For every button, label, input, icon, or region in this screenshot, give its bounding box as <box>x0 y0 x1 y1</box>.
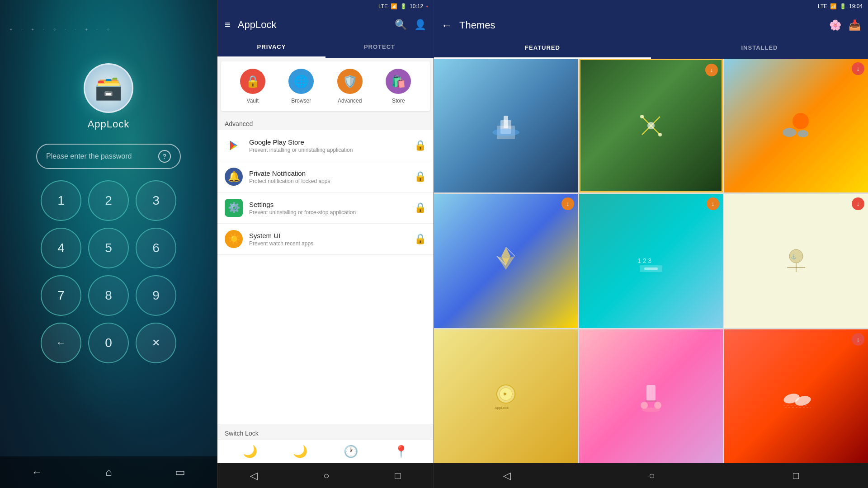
advanced-icon: 🛡️ <box>337 69 363 94</box>
svg-text:⚓: ⚓ <box>791 254 797 260</box>
themes-recents-nav[interactable]: □ <box>793 470 799 482</box>
svg-point-7 <box>492 129 519 136</box>
theme-card-4[interactable]: ↓ <box>434 194 578 328</box>
list-item-notification[interactable]: 🔔 Private Notification Protect notificat… <box>217 161 434 192</box>
vault-icon: 🔒 <box>240 69 265 94</box>
theme-card-6[interactable]: ⚓ ↓ <box>724 194 868 328</box>
theme-card-7[interactable]: ✦ AppLock <box>434 329 578 463</box>
applock-bottom-nav: ◁ ○ □ <box>217 463 434 488</box>
tab-installed[interactable]: INSTALLED <box>651 38 868 59</box>
app-list: Google Play Store Prevent installing or … <box>217 130 434 424</box>
applock-back-nav[interactable]: ◁ <box>250 470 258 482</box>
themes-panel: LTE 📶 🔋 19:04 ← Themes 🌸 📥 FEATURED INST… <box>434 0 868 488</box>
footer-moon-icon[interactable]: 🌙 <box>243 445 257 459</box>
list-item-settings[interactable]: ⚙️ Settings Prevent uninstalling or forc… <box>217 192 434 224</box>
themes-home-nav[interactable]: ○ <box>649 470 655 482</box>
key-1[interactable]: 1 <box>41 180 81 221</box>
key-0[interactable]: 0 <box>88 323 129 363</box>
key-5[interactable]: 5 <box>88 228 129 268</box>
tab-featured[interactable]: FEATURED <box>434 38 651 59</box>
advanced-section-header: Advanced <box>217 115 434 130</box>
list-item-systemui[interactable]: ☀️ System UI Prevent watch recent apps 🔒 <box>217 224 434 255</box>
svg-point-10 <box>647 122 655 129</box>
home-nav-icon[interactable]: ⌂ <box>105 466 112 479</box>
themes-header-icons: 🌸 📥 <box>829 19 861 31</box>
theme-card-3[interactable]: ↓ <box>724 59 868 192</box>
time-display: 10:12 <box>410 3 423 9</box>
applock-home-nav[interactable]: ○ <box>323 470 329 482</box>
systemui-desc: Prevent watch recent apps <box>249 240 414 247</box>
notification-name: Private Notification <box>249 169 414 177</box>
footer-clock-icon[interactable]: 🕐 <box>344 445 358 459</box>
themes-battery: 🔋 <box>840 3 846 9</box>
theme-card-9[interactable]: ↓ <box>724 329 868 463</box>
theme-badge-2: ↓ <box>705 64 718 76</box>
footer-moon2-icon[interactable]: 🌙 <box>293 445 307 459</box>
key-9[interactable]: 9 <box>136 275 176 316</box>
battery-icon: 🔋 <box>400 3 407 9</box>
hamburger-menu[interactable]: ≡ <box>225 19 231 31</box>
theme-card-8[interactable] <box>579 329 723 463</box>
app-name: AppLock <box>88 118 130 130</box>
notification-lock-icon: 🔒 <box>414 171 426 183</box>
key-back[interactable]: ← <box>41 323 81 363</box>
svg-rect-22 <box>644 267 658 270</box>
themes-back-button[interactable]: ← <box>441 19 452 32</box>
tab-privacy[interactable]: PRIVACY <box>217 37 326 58</box>
notification-text: Private Notification Protect notificatio… <box>249 169 414 184</box>
browser-label: Browser <box>291 98 311 104</box>
svg-text:AppLock: AppLock <box>495 406 509 410</box>
key-2[interactable]: 2 <box>88 180 129 221</box>
themes-flower-icon[interactable]: 🌸 <box>829 19 841 31</box>
settings-icon: ⚙️ <box>225 199 243 217</box>
svg-point-11 <box>640 115 644 118</box>
lock-screen-panel: 🗃️ AppLock Please enter the password ? 1… <box>0 0 217 488</box>
svg-point-15 <box>797 130 808 137</box>
themes-wifi: 📶 <box>830 3 837 9</box>
theme-card-2[interactable]: ↓ <box>579 59 723 192</box>
theme-bg-9 <box>724 329 868 463</box>
shortcut-advanced[interactable]: 🛡️ Advanced <box>337 69 363 104</box>
theme-card-5[interactable]: 1 2 3 ↓ <box>579 194 723 328</box>
themes-signal: LTE <box>818 3 827 9</box>
list-item-playstore[interactable]: Google Play Store Prevent installing or … <box>217 130 434 161</box>
search-icon[interactable]: 🔍 <box>395 19 407 31</box>
themes-download-icon[interactable]: 📥 <box>849 19 861 31</box>
account-icon[interactable]: 👤 <box>414 19 426 31</box>
theme-bg-5: 1 2 3 <box>579 194 723 328</box>
settings-text: Settings Prevent uninstalling or force-s… <box>249 201 414 216</box>
switch-lock-section: Switch Lock <box>217 424 434 440</box>
key-8[interactable]: 8 <box>88 275 129 316</box>
applock-tabs: PRIVACY PROTECT <box>217 37 434 58</box>
key-6[interactable]: 6 <box>136 228 176 268</box>
playstore-lock-icon: 🔒 <box>414 140 426 151</box>
tab-protect[interactable]: PROTECT <box>326 37 434 58</box>
theme-bg-4 <box>434 194 578 328</box>
systemui-icon: ☀️ <box>225 230 243 248</box>
navigation-bar: ← ⌂ ▭ <box>0 456 217 488</box>
shortcut-vault[interactable]: 🔒 Vault <box>240 69 265 104</box>
key-4[interactable]: 4 <box>41 228 81 268</box>
applock-title: AppLock <box>238 19 387 31</box>
svg-point-35 <box>642 408 660 412</box>
systemui-text: System UI Prevent watch recent apps <box>249 232 414 247</box>
key-clear[interactable]: ✕ <box>136 323 176 363</box>
password-placeholder: Please enter the password <box>46 152 132 160</box>
footer-location-icon[interactable]: 📍 <box>394 445 408 459</box>
playstore-desc: Prevent installing or uninstalling appli… <box>249 147 414 153</box>
shortcut-browser[interactable]: 🌐 Browser <box>288 69 314 104</box>
notification-dot: ● <box>426 5 428 9</box>
shortcut-store[interactable]: 🛍️ Store <box>386 69 411 104</box>
theme-card-1[interactable] <box>434 59 578 192</box>
recents-nav-icon[interactable]: ▭ <box>175 466 185 479</box>
key-7[interactable]: 7 <box>41 275 81 316</box>
back-nav-icon[interactable]: ← <box>32 466 42 479</box>
themes-bottom-nav: ◁ ○ □ <box>434 463 868 488</box>
applock-recents-nav[interactable]: □ <box>395 470 401 482</box>
themes-back-nav[interactable]: ◁ <box>503 470 511 482</box>
advanced-label: Advanced <box>338 98 362 104</box>
key-3[interactable]: 3 <box>136 180 176 221</box>
theme-bg-7: ✦ AppLock <box>434 329 578 463</box>
help-button[interactable]: ? <box>158 150 171 163</box>
password-field[interactable]: Please enter the password ? <box>36 144 181 169</box>
